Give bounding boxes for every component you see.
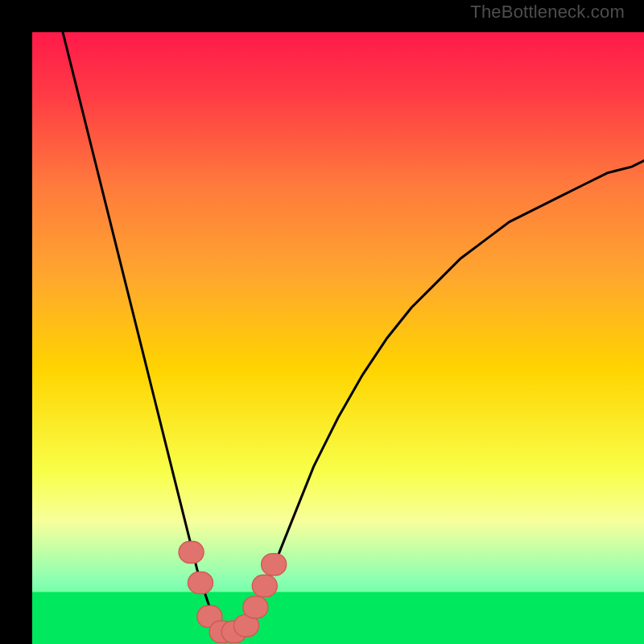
data-marker: [262, 554, 287, 576]
watermark-text: TheBottleneck.com: [470, 2, 625, 23]
heat-gradient-background: [32, 32, 644, 644]
data-marker: [252, 575, 277, 597]
optimal-zone-band: [32, 592, 644, 644]
data-marker: [243, 597, 268, 618]
bottleneck-chart: [32, 32, 644, 644]
chart-frame: [16, 16, 628, 628]
data-marker: [188, 572, 213, 593]
data-marker: [179, 541, 204, 563]
